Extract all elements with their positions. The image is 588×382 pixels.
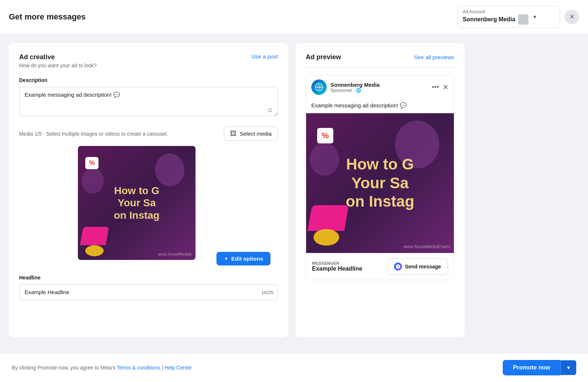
textarea-wrapper: Example messaging ad description! 💬 ☺ — [19, 87, 278, 118]
ad-creative-subtitle: How do you want your ad to look? — [19, 63, 97, 68]
promote-now-button[interactable]: Promote now — [503, 360, 560, 375]
ad-creative-title: Ad creative — [19, 53, 97, 61]
purple-blob-1 — [155, 153, 184, 186]
close-button[interactable]: ✕ — [564, 10, 579, 24]
panel-header: Ad creative How do you want your ad to l… — [19, 53, 278, 68]
edit-options-button[interactable]: ▼ Edit options — [216, 252, 270, 265]
top-bar-right: Ad Account Sonnenberg Media ▼ ✕ — [457, 6, 579, 28]
use-post-button[interactable]: Use a post — [251, 53, 278, 60]
preview-watermark: www.SocialMediaExami — [404, 244, 450, 249]
preview-blob-2 — [310, 143, 339, 176]
preview-card-footer: MESSENGER Example Headline Send message — [306, 253, 454, 280]
description-textarea[interactable]: Example messaging ad description! 💬 — [19, 87, 278, 116]
preview-account-name: Sonnenberg Media — [330, 82, 380, 88]
media-label: Media 1/5 · Select multiple images or vi… — [19, 131, 168, 137]
top-bar: Get more messages Ad Account Sonnenberg … — [0, 0, 588, 34]
terms-link[interactable]: Terms & conditions — [117, 365, 160, 371]
percent-tag: % — [85, 157, 98, 169]
headline-input-wrapper: 16/25 — [19, 284, 278, 300]
messenger-icon — [394, 263, 402, 271]
select-media-button[interactable]: 🖼 Select media — [224, 126, 278, 141]
chevron-icon: ▼ — [224, 256, 228, 261]
preview-image-text: How to GYour Saon Instag — [338, 148, 422, 218]
more-options-button[interactable]: ••• — [432, 83, 439, 91]
footer-messenger: MESSENGER — [312, 261, 362, 265]
help-center-link[interactable]: Help Center — [164, 365, 192, 371]
description-section: Description Example messaging ad descrip… — [19, 77, 278, 118]
media-section: Media 1/5 · Select multiple images or vi… — [19, 126, 278, 260]
preview-card-header: Sonnenberg Media Sponsored · 🌐 ••• ✕ — [306, 75, 454, 99]
preview-actions: ••• ✕ — [432, 83, 449, 92]
ad-creative-panel: Ad creative How do you want your ad to l… — [9, 43, 288, 337]
ad-account-avatar — [518, 14, 528, 25]
close-icon: ✕ — [569, 13, 575, 21]
purple-blob-2 — [82, 168, 104, 194]
preview-card: Sonnenberg Media Sponsored · 🌐 ••• ✕ Exa… — [306, 75, 454, 280]
ad-preview-panel: Ad preview See all previews Sonnenberg M… — [295, 43, 465, 337]
emoji-icon[interactable]: ☺ — [267, 106, 273, 114]
media-sublabel: · Select multiple images or videos to cr… — [43, 131, 168, 137]
promote-chevron-icon: ▼ — [566, 365, 571, 371]
char-count: 16/25 — [261, 289, 273, 295]
headline-input[interactable] — [19, 284, 278, 300]
media-icon: 🖼 — [230, 130, 237, 138]
description-label: Description — [19, 77, 278, 83]
bottom-bar: By clicking Promote now, you agree to Me… — [0, 353, 588, 382]
preview-description: Example messaging ad description! 💬 — [306, 99, 454, 113]
media-preview-wrapper: % How to GYour Saon Instag www.SocialMed… — [19, 146, 278, 260]
ad-account-selector[interactable]: Ad Account Sonnenberg Media ▼ — [457, 6, 560, 28]
coin-pile — [85, 245, 104, 256]
promote-button-group: Promote now ▼ — [503, 360, 576, 375]
footer-text: MESSENGER Example Headline — [312, 261, 362, 272]
ad-account-info: Ad Account Sonnenberg Media — [463, 9, 528, 25]
preview-sponsored: Sponsored · 🌐 — [330, 88, 380, 93]
bottom-bar-text: By clicking Promote now, you agree to Me… — [12, 365, 192, 371]
globe-icon: · — [353, 88, 354, 93]
preview-close-button[interactable]: ✕ — [442, 83, 449, 92]
media-label-group: Media 1/5 · Select multiple images or vi… — [19, 131, 168, 137]
media-preview-image: % How to GYour Saon Instag www.SocialMed… — [78, 146, 196, 260]
image-watermark: www.SocialMediab — [158, 252, 192, 256]
see-all-previews-button[interactable]: See all previews — [414, 54, 454, 60]
headline-label: Headline — [19, 275, 278, 281]
headline-section: Headline 16/25 — [19, 275, 278, 300]
preview-header: Ad preview See all previews — [306, 53, 454, 67]
preview-account-details: Sonnenberg Media Sponsored · 🌐 — [330, 82, 380, 93]
media-header: Media 1/5 · Select multiple images or vi… — [19, 126, 278, 141]
image-text: How to GYour Saon Instag — [107, 177, 167, 229]
send-message-button[interactable]: Send message — [387, 258, 448, 275]
promote-dropdown-button[interactable]: ▼ — [560, 360, 576, 375]
preview-image: % How to GYour Saon Instag www.SocialMed… — [306, 113, 454, 253]
preview-account-info: Sonnenberg Media Sponsored · 🌐 — [311, 79, 380, 95]
footer-headline: Example Headline — [312, 265, 362, 272]
ad-account-label: Ad Account — [463, 9, 528, 14]
preview-title: Ad preview — [306, 53, 341, 61]
preview-coin-pile — [313, 229, 339, 246]
main-content: Ad creative How do you want your ad to l… — [0, 34, 588, 346]
ad-account-name: Sonnenberg Media — [463, 14, 528, 25]
panel-header-text: Ad creative How do you want your ad to l… — [19, 53, 97, 68]
page-title: Get more messages — [9, 12, 86, 22]
preview-percent-tag: % — [317, 128, 333, 143]
globe-symbol: 🌐 — [356, 88, 361, 93]
chevron-down-icon: ▼ — [532, 14, 537, 20]
pink-shape — [80, 227, 109, 245]
preview-avatar — [311, 79, 327, 95]
